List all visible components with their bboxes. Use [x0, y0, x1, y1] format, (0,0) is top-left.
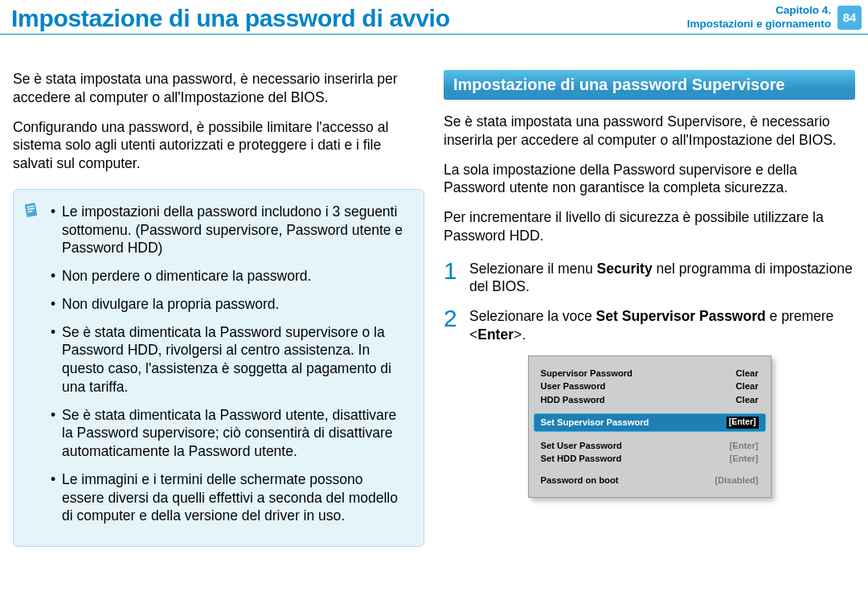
bios-label: Set Supervisor Password	[541, 417, 649, 429]
step-text: Selezionare la voce Set Supervisor Passw…	[469, 307, 855, 344]
bios-label: Set User Password	[541, 440, 622, 452]
right-column: Impostazione di una password Supervisore…	[444, 70, 855, 547]
bios-row: Set HDD Password [Enter]	[541, 452, 759, 466]
bios-row: User Password Clear	[541, 380, 759, 393]
step-number: 2	[444, 307, 460, 329]
bios-value: Clear	[736, 380, 759, 392]
bios-value: Clear	[736, 394, 759, 406]
callout-item: Le immagini e i termini delle schermate …	[51, 470, 407, 525]
callout-text: Le immagini e i termini delle schermate …	[62, 471, 398, 524]
right-p1: Se è stata impostata una password Superv…	[444, 113, 855, 150]
callout-text: Se è stata dimenticata la Password super…	[62, 324, 391, 395]
bios-value-selected: [Enter]	[727, 417, 759, 429]
callout-item: Se è stata dimenticata la Password utent…	[51, 406, 407, 461]
left-column: Se è stata impostata una password, è nec…	[13, 70, 424, 547]
bios-row: Set User Password [Enter]	[541, 439, 759, 453]
chapter-line1: Capitolo 4.	[687, 4, 831, 18]
steps-list: 1 Selezionare il menu Security nel progr…	[444, 260, 855, 344]
step-text-bold2: Enter	[477, 326, 514, 343]
note-icon	[23, 202, 39, 218]
step-text-bold: Set Supervisor Password	[596, 308, 766, 324]
bios-row: Supervisor Password Clear	[541, 367, 759, 380]
bios-row: Password on boot [Disabled]	[541, 474, 759, 487]
svg-rect-0	[25, 203, 38, 217]
page-header: Impostazione di una password di avvio Ca…	[0, 0, 868, 34]
callout-text: Se è stata dimenticata la Password utent…	[62, 407, 396, 460]
bios-label: Set HDD Password	[541, 453, 622, 465]
callout-text: Non divulgare la propria password.	[62, 296, 279, 312]
step-text: Selezionare il menu Security nel program…	[469, 260, 855, 297]
callout-item: Le impostazioni della password includono…	[51, 203, 407, 257]
section-header: Impostazione di una password Supervisore	[444, 70, 855, 100]
right-p2: La sola impostazione della Password supe…	[444, 161, 855, 198]
bios-selected-row: Set Supervisor Password [Enter]	[534, 413, 766, 432]
bios-label: User Password	[541, 380, 606, 392]
chapter-line2: Impostazioni e giornamento	[687, 18, 831, 31]
bios-value: [Enter]	[729, 453, 758, 465]
step-text-pre: Selezionare il menu	[469, 261, 597, 277]
content-area: Se è stata impostata una password, è nec…	[0, 35, 868, 547]
callout-list: Le impostazioni della password includono…	[51, 203, 407, 525]
bios-label: Password on boot	[541, 474, 619, 487]
bios-screenshot: Supervisor Password Clear User Password …	[528, 355, 772, 499]
right-p3: Per incrementare il livello di sicurezza…	[444, 208, 855, 245]
step-text-bold: Security	[597, 261, 653, 277]
bios-label: HDD Password	[541, 394, 605, 406]
step-1: 1 Selezionare il menu Security nel progr…	[444, 260, 855, 297]
chapter-block: Capitolo 4. Impostazioni e giornamento 8…	[687, 4, 868, 31]
callout-item: Non divulgare la propria password.	[51, 295, 407, 314]
callout-item: Se è stata dimenticata la Password super…	[51, 323, 407, 396]
intro-paragraph-1: Se è stata impostata una password, è nec…	[13, 70, 424, 107]
chapter-text: Capitolo 4. Impostazioni e giornamento	[687, 4, 831, 31]
intro-paragraph-2: Configurando una password, è possibile l…	[13, 118, 424, 173]
callout-text: Non perdere o dimenticare la password.	[62, 268, 311, 284]
bios-row: HDD Password Clear	[541, 393, 759, 407]
step-text-pre: Selezionare la voce	[469, 308, 596, 324]
step-text-post: >.	[514, 326, 526, 343]
page-number: 84	[837, 6, 862, 30]
bios-value: Clear	[736, 368, 759, 380]
bios-gap	[541, 466, 759, 474]
info-callout: Le impostazioni della password includono…	[13, 189, 424, 547]
bios-value: [Disabled]	[714, 474, 758, 487]
step-2: 2 Selezionare la voce Set Supervisor Pas…	[444, 307, 855, 344]
callout-item: Non perdere o dimenticare la password.	[51, 267, 407, 285]
callout-text: Le impostazioni della password includono…	[62, 203, 403, 257]
page-title: Impostazione di una password di avvio	[11, 2, 450, 34]
bios-label: Supervisor Password	[541, 368, 633, 380]
step-number: 1	[444, 260, 460, 281]
bios-value: [Enter]	[729, 440, 758, 452]
